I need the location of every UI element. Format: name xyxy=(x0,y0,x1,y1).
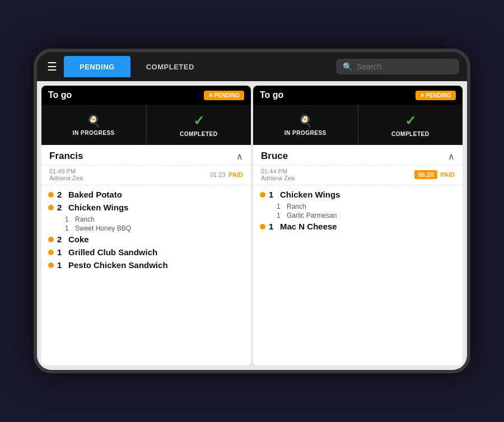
sub-items: 1 Ranch 1 Garlic Parmesan xyxy=(260,203,456,219)
order-duration-2: 06:20 xyxy=(414,170,437,179)
order-meta-left-1: 01:49 PM Adriana Zea xyxy=(49,168,83,181)
in-progress-label-2: IN PROGRESS xyxy=(284,130,326,136)
in-progress-label-1: IN PROGRESS xyxy=(73,130,115,136)
list-item: 2 Baked Potato xyxy=(48,190,244,199)
search-input[interactable] xyxy=(357,62,452,71)
chevron-up-icon-2[interactable]: ∧ xyxy=(448,151,455,162)
order-waiter-2: Adriana Zea xyxy=(261,175,295,181)
order-waiter-1: Adriana Zea xyxy=(49,175,83,181)
list-item: 2 Coke xyxy=(48,235,244,244)
order-meta-right-1: 01:23 PAID xyxy=(210,171,243,178)
order-card-1: To go ✕ PENDING 🍳 IN PROGRESS ✓ COMPLETE… xyxy=(41,86,251,365)
list-item: 2 Chicken Wings xyxy=(48,203,244,212)
dot-icon xyxy=(48,250,54,255)
list-item: 1 Sweet Honey BBQ xyxy=(65,224,244,232)
tab-pending[interactable]: PENDING xyxy=(64,56,130,77)
order-meta-1: 01:49 PM Adriana Zea 01:23 PAID xyxy=(41,166,251,185)
list-item: 1 Pesto Chicken Sandwich xyxy=(48,260,244,270)
in-progress-cell-2[interactable]: 🍳 IN PROGRESS xyxy=(253,105,358,145)
pending-badge-1: ✕ PENDING xyxy=(204,91,244,100)
dot-icon xyxy=(48,205,54,210)
completed-cell-2[interactable]: ✓ COMPLETED xyxy=(358,105,463,145)
paid-label-2: PAID xyxy=(441,171,455,178)
dot-icon xyxy=(260,192,265,198)
order-meta-right-2: 06:20 PAID xyxy=(414,170,455,179)
tablet-frame: ☰ PENDING COMPLETED 🔍 To go ✕ PENDING 🍳 xyxy=(34,49,470,373)
status-row-1: 🍳 IN PROGRESS ✓ COMPLETED xyxy=(41,105,251,145)
list-item: 1 Ranch xyxy=(65,215,244,223)
check-icon-1: ✓ xyxy=(193,113,204,129)
tab-completed[interactable]: COMPLETED xyxy=(130,56,210,77)
order-card-2: To go ✕ PENDING 🍳 IN PROGRESS ✓ COMPLETE… xyxy=(253,86,463,365)
hamburger-icon: ☰ xyxy=(47,60,57,73)
dot-icon xyxy=(48,262,54,268)
completed-cell-1[interactable]: ✓ COMPLETED xyxy=(147,105,251,145)
list-item: 1 Grilled Club Sandwich xyxy=(48,247,244,257)
status-row-2: 🍳 IN PROGRESS ✓ COMPLETED xyxy=(253,105,463,145)
completed-label-1: COMPLETED xyxy=(180,131,217,137)
dot-icon xyxy=(48,237,54,242)
completed-label-2: COMPLETED xyxy=(391,131,429,137)
sub-items: 1 Ranch 1 Sweet Honey BBQ xyxy=(48,215,244,232)
order-meta-left-2: 01:44 PM Adriana Zea xyxy=(261,168,295,181)
customer-name-2: Bruce xyxy=(261,151,288,162)
dot-icon xyxy=(48,192,54,198)
order-duration-1: 01:23 xyxy=(210,171,226,178)
card-header-1: To go ✕ PENDING xyxy=(41,86,251,105)
main-content: To go ✕ PENDING 🍳 IN PROGRESS ✓ COMPLETE… xyxy=(37,81,467,370)
order-items-1: 2 Baked Potato 2 Chicken Wings 1 Ranch 1 xyxy=(41,185,251,365)
dot-icon xyxy=(260,224,265,229)
hamburger-button[interactable]: ☰ xyxy=(45,60,64,73)
list-item: 1 Chicken Wings xyxy=(260,190,456,199)
nav-bar: ☰ PENDING COMPLETED 🔍 xyxy=(37,52,467,81)
chevron-up-icon-1[interactable]: ∧ xyxy=(236,151,243,162)
order-time-1: 01:49 PM xyxy=(49,168,83,175)
list-item: 1 Garlic Parmesan xyxy=(277,212,456,219)
check-icon-2: ✓ xyxy=(405,113,416,129)
order-time-2: 01:44 PM xyxy=(261,168,295,175)
card-title-2: To go xyxy=(260,90,283,100)
order-items-2: 1 Chicken Wings 1 Ranch 1 Garlic Parmesa… xyxy=(253,185,463,365)
search-icon: 🔍 xyxy=(343,62,352,71)
order-meta-2: 01:44 PM Adriana Zea 06:20 PAID xyxy=(253,166,463,185)
list-item: 1 Mac N Cheese xyxy=(260,222,456,231)
in-progress-cell-1[interactable]: 🍳 IN PROGRESS xyxy=(41,105,147,145)
card-header-2: To go ✕ PENDING xyxy=(253,86,463,105)
customer-name-1: Francis xyxy=(49,151,83,162)
grill-icon-1: 🍳 xyxy=(87,114,101,128)
customer-row-2: Bruce ∧ xyxy=(253,145,463,166)
search-box: 🔍 xyxy=(336,59,459,74)
pending-badge-2: ✕ PENDING xyxy=(416,91,456,100)
paid-label-1: PAID xyxy=(229,171,243,178)
card-title-1: To go xyxy=(48,90,72,100)
grill-icon-2: 🍳 xyxy=(298,114,312,128)
customer-row-1: Francis ∧ xyxy=(41,145,251,166)
list-item: 1 Ranch xyxy=(277,203,456,210)
